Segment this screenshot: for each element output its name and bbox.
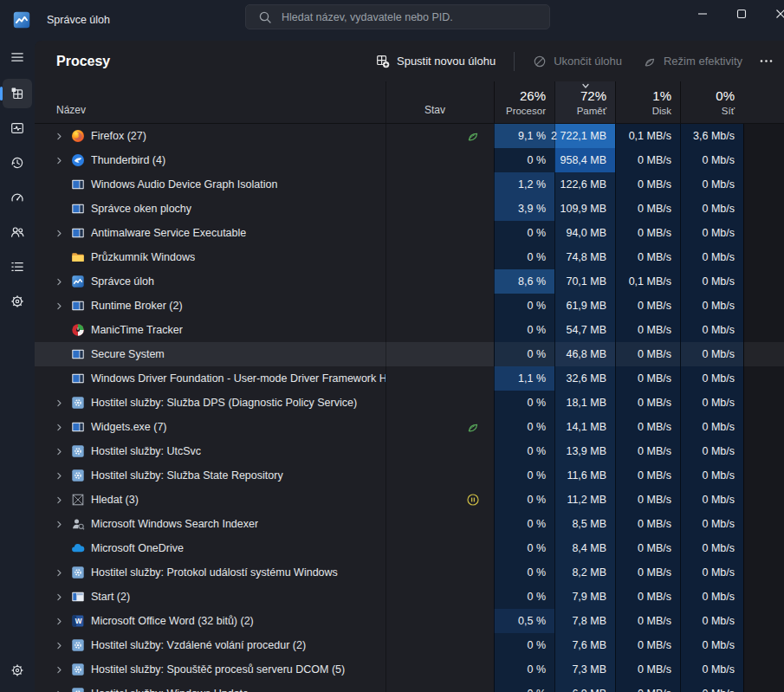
service-gear-icon <box>71 687 85 692</box>
process-row[interactable]: WMicrosoft Office Word (32 bitů) (2)0,5 … <box>35 609 784 633</box>
status-cell <box>386 221 494 245</box>
sidebar-item-services[interactable] <box>3 287 32 316</box>
expand-chevron-icon[interactable] <box>54 398 65 409</box>
memory-value: 109,9 MB <box>554 197 615 221</box>
sidebar-item-settings[interactable] <box>3 656 32 685</box>
process-name-cell: Hostitel služby: Windows Update <box>35 682 386 692</box>
process-row[interactable]: Windows Audio Device Graph Isolation1,2 … <box>35 172 784 197</box>
end-task-button: Ukončit úlohu <box>523 49 632 74</box>
close-button[interactable] <box>761 0 784 27</box>
expand-chevron-icon[interactable] <box>54 689 65 692</box>
process-row[interactable]: Hostitel služby: Vzdálené volání procedu… <box>35 633 784 657</box>
paused-icon <box>466 493 480 507</box>
status-cell <box>386 657 494 682</box>
disk-value: 0 MB/s <box>615 560 680 585</box>
expand-chevron-icon[interactable] <box>54 301 65 312</box>
disk-value: 0 MB/s <box>615 682 680 692</box>
sidebar-item-users[interactable] <box>3 217 32 247</box>
run-new-task-button[interactable]: Spustit novou úlohu <box>366 49 505 74</box>
memory-value: 11,6 MB <box>554 463 615 488</box>
process-row[interactable]: Windows Driver Foundation - User-mode Dr… <box>35 366 784 391</box>
expand-chevron-icon[interactable] <box>54 446 65 457</box>
column-header-name[interactable]: Název <box>35 81 386 123</box>
minimize-button[interactable] <box>683 0 722 27</box>
column-header-network[interactable]: 0% Síť <box>680 81 743 123</box>
chevron-spacer <box>54 179 65 191</box>
process-name: Widgets.exe (7) <box>91 421 167 433</box>
sidebar-item-app-history[interactable] <box>3 148 32 178</box>
status-cell <box>386 633 494 657</box>
process-row[interactable]: Runtime Broker (2)0 %61,9 MB0 MB/s0 Mb/s <box>35 294 784 318</box>
process-row[interactable]: Hostitel služby: Služba State Repository… <box>35 463 784 488</box>
process-row[interactable]: Správce úloh8,6 %70,1 MB0,1 MB/s0 Mb/s <box>35 269 784 294</box>
status-cell <box>386 366 494 391</box>
disk-value: 0 MB/s <box>615 536 680 560</box>
row-spacer <box>743 488 784 512</box>
process-row[interactable]: Microsoft Windows Search Indexer0 %8,5 M… <box>35 512 784 536</box>
process-row[interactable]: Firefox (27)9,1 %2 722,1 MB0,1 MB/s3,6 M… <box>35 124 784 148</box>
expand-chevron-icon[interactable] <box>54 470 65 482</box>
sidebar <box>0 41 35 692</box>
process-row[interactable]: Hostitel služby: UtcSvc0 %13,9 MB0 MB/s0… <box>35 439 784 463</box>
expand-chevron-icon[interactable] <box>54 592 65 603</box>
process-row[interactable]: ManicTime Tracker0 %54,7 MB0 MB/s0 Mb/s <box>35 318 784 342</box>
process-row[interactable]: Microsoft OneDrive0 %8,4 MB0 MB/s0 Mb/s <box>35 536 784 560</box>
process-row[interactable]: Správce oken plochy3,9 %109,9 MB0 MB/s0 … <box>35 197 784 221</box>
placeholder-box-icon <box>71 493 85 507</box>
expand-chevron-icon[interactable] <box>54 616 65 627</box>
memory-value: 61,9 MB <box>554 294 615 318</box>
process-row[interactable]: Widgets.exe (7)0 %14,1 MB0 MB/s0 Mb/s <box>35 415 784 439</box>
process-row[interactable]: Secure System0 %46,8 MB0 MB/s0 Mb/s <box>35 342 784 366</box>
expand-chevron-icon[interactable] <box>54 567 65 579</box>
disk-value: 0 MB/s <box>615 148 680 172</box>
expand-chevron-icon[interactable] <box>54 495 65 506</box>
process-name: Hostitel služby: Služba State Repository <box>91 469 283 482</box>
search-input[interactable] <box>280 10 542 24</box>
process-row[interactable]: Hostitel služby: Protokol událostí systé… <box>35 560 784 585</box>
process-row[interactable]: Hostitel služby: Windows Update0 %6,9 MB… <box>35 682 784 692</box>
row-spacer <box>743 536 784 560</box>
process-name: Hostitel služby: UtcSvc <box>91 445 201 457</box>
service-gear-icon <box>71 663 85 676</box>
process-row[interactable]: Hostitel služby: Služba DPS (Diagnostic … <box>35 391 784 415</box>
expand-chevron-icon[interactable] <box>54 131 65 142</box>
maximize-icon <box>736 9 747 19</box>
memory-value: 8,2 MB <box>554 560 615 585</box>
expand-chevron-icon[interactable] <box>54 519 65 530</box>
memory-value: 958,4 MB <box>554 148 615 172</box>
column-header-memory[interactable]: 72% Paměť <box>554 81 615 123</box>
sidebar-item-details[interactable] <box>3 252 32 281</box>
process-row[interactable]: Hostitel služby: Spouštěč procesů server… <box>35 657 784 682</box>
process-row[interactable]: Antimalware Service Executable0 %94,0 MB… <box>35 221 784 245</box>
cpu-value: 3,9 % <box>494 197 554 221</box>
maximize-button[interactable] <box>722 0 761 27</box>
sidebar-item-processes[interactable] <box>3 79 32 108</box>
column-header-disk[interactable]: 1% Disk <box>615 81 680 123</box>
column-header-cpu[interactable]: 26% Procesor <box>494 81 554 123</box>
column-header-status[interactable]: Stav <box>386 81 494 123</box>
process-row[interactable]: Start (2)0 %7,9 MB0 MB/s0 Mb/s <box>35 585 784 609</box>
task-manager-app-icon <box>12 10 31 29</box>
status-cell <box>386 512 494 536</box>
expand-chevron-icon[interactable] <box>54 155 65 166</box>
performance-icon <box>10 120 25 136</box>
process-row[interactable]: Hledat (3)0 %11,2 MB0 MB/s0 Mb/s <box>35 488 784 512</box>
sidebar-item-performance[interactable] <box>3 113 32 143</box>
expand-chevron-icon[interactable] <box>54 422 65 433</box>
expand-chevron-icon[interactable] <box>54 640 65 651</box>
process-row[interactable]: Průzkumník Windows0 %74,8 MB0 MB/s0 Mb/s <box>35 245 784 269</box>
expand-chevron-icon[interactable] <box>54 276 65 288</box>
search-box[interactable] <box>245 4 550 29</box>
process-row[interactable]: Thunderbird (4)0 %958,4 MB0 MB/s0 Mb/s <box>35 148 784 172</box>
row-spacer <box>743 463 784 488</box>
process-name: Hostitel služby: Spouštěč procesů server… <box>91 663 345 676</box>
process-name-cell: WMicrosoft Office Word (32 bitů) (2) <box>35 609 386 633</box>
network-value: 0 Mb/s <box>680 585 743 609</box>
more-options-button[interactable] <box>754 49 779 74</box>
sidebar-item-menu[interactable] <box>3 42 32 72</box>
network-value: 0 Mb/s <box>680 366 743 391</box>
word-icon: W <box>71 614 85 628</box>
expand-chevron-icon[interactable] <box>54 664 65 676</box>
sidebar-item-startup-apps[interactable] <box>3 183 32 212</box>
expand-chevron-icon[interactable] <box>54 228 65 239</box>
